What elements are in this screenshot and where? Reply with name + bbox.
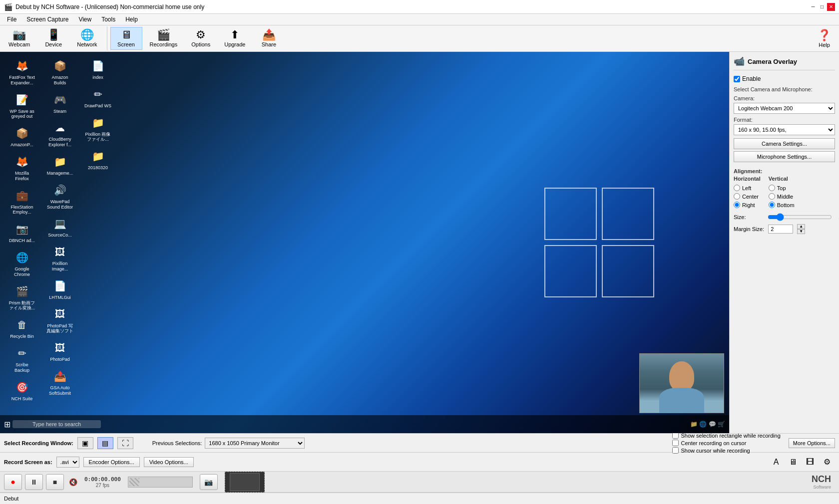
radio-top-input[interactable] xyxy=(769,185,775,191)
check-center-cursor[interactable]: Center recording on cursor xyxy=(672,440,780,446)
enable-checkbox[interactable] xyxy=(734,76,740,82)
adjust-icon[interactable]: ⚙ xyxy=(819,455,835,469)
toolbar-help[interactable]: ❓Help xyxy=(812,27,837,50)
toolbar-btn-recordings[interactable]: 🎬Recordings xyxy=(143,27,184,50)
more-options-btn[interactable]: More Options... xyxy=(789,438,835,448)
menu-item-tools[interactable]: Tools xyxy=(96,15,120,24)
desktop-icon[interactable]: 📤GSA AutoSoftSubmit xyxy=(42,366,78,398)
screenshot-btn[interactable]: 📷 xyxy=(200,474,218,490)
desktop-icon[interactable]: ✏DrawPad WS xyxy=(80,84,116,111)
radio-middle[interactable]: Middle xyxy=(769,193,795,200)
desktop-icon[interactable]: 📷DBNCH ad... xyxy=(4,219,40,246)
desktop-icon[interactable]: 📁Manageme... xyxy=(42,152,78,178)
toolbar-btn-webcam[interactable]: 📷Webcam xyxy=(2,27,36,50)
toolbar-btn-upgrade[interactable]: ⬆Upgrade xyxy=(218,27,252,50)
text-icon[interactable]: A xyxy=(768,455,784,469)
desktop-icon[interactable]: ✏ScribeBackup xyxy=(4,343,40,375)
desktop-icon[interactable]: 📦AmazonBuilds xyxy=(42,56,78,88)
prev-select[interactable]: 1680 x 1050 Primary Monitor xyxy=(205,438,305,449)
pause-btn[interactable]: ⏸ xyxy=(25,474,43,490)
format-dropdown[interactable]: .avi xyxy=(56,457,79,468)
desktop-icon[interactable]: 📁20180320 xyxy=(80,146,116,173)
radio-right[interactable]: Right xyxy=(734,202,761,208)
margin-up-btn[interactable]: ▲ xyxy=(797,224,805,229)
preview-area: 🦊FastFox TextExpander...📝WP Save asgreye… xyxy=(0,52,729,433)
radio-top[interactable]: Top xyxy=(769,185,795,191)
windows-logo xyxy=(544,188,654,297)
encoder-options-btn[interactable]: Encoder Options... xyxy=(83,457,140,467)
icon-img: 🌐 xyxy=(14,250,30,265)
radio-center-input[interactable] xyxy=(734,193,740,200)
icon-img: 📁 xyxy=(52,154,68,170)
desktop-icon[interactable]: 🖼PhotoPad xyxy=(42,338,78,364)
toolbar-btn-network[interactable]: 🌐Network xyxy=(70,27,103,50)
camera-settings-btn[interactable]: Camera Settings... xyxy=(734,138,835,149)
timeline-area[interactable] xyxy=(128,477,193,488)
desktop-icon[interactable]: 🦊FastFox TextExpander... xyxy=(4,56,40,88)
desktop-icon[interactable]: 💼FlexStationEmploy... xyxy=(4,186,40,218)
icon-img: 🖼 xyxy=(52,306,68,322)
close-btn[interactable]: ✕ xyxy=(827,3,835,11)
margin-down-btn[interactable]: ▼ xyxy=(797,229,805,234)
volume-icon[interactable]: 🔇 xyxy=(69,478,77,486)
margin-input[interactable] xyxy=(768,225,793,234)
icon-label: DrawPad WS xyxy=(84,103,111,109)
record-btn[interactable]: ● xyxy=(4,474,22,490)
desktop-icon[interactable]: 📁Pixillion 画像ファイル... xyxy=(80,113,116,145)
enable-checkbox-row[interactable]: Enable xyxy=(734,75,835,82)
desktop-icon[interactable]: 🌐GoogleChrome xyxy=(4,248,40,279)
desktop-icon[interactable]: 🎮Steam xyxy=(42,90,78,116)
display-icon[interactable]: 🖥 xyxy=(785,455,801,469)
camera-select[interactable]: Logitech Webcam 200 xyxy=(734,103,835,114)
timeline-thumb[interactable] xyxy=(129,478,139,486)
radio-bottom-input[interactable] xyxy=(769,202,775,208)
stop-btn[interactable]: ■ xyxy=(46,474,64,490)
toolbar-btn-device[interactable]: 📱Device xyxy=(37,27,69,50)
desktop-icon[interactable]: ☁CloudBerryExplorer f... xyxy=(42,118,78,150)
taskbar-start[interactable]: ⊞ xyxy=(4,420,10,429)
check-center-cursor-input[interactable] xyxy=(672,440,679,446)
fullscreen-btn[interactable]: ▣ xyxy=(77,437,93,449)
window-btn[interactable]: ▤ xyxy=(97,437,113,449)
desktop-icon[interactable]: 📦AmazonP... xyxy=(4,123,40,150)
desktop-icon[interactable]: 🦊MozillaFirefox xyxy=(4,152,40,184)
icon-label: GoogleChrome xyxy=(14,266,30,277)
desktop-icon[interactable]: 🖼PixillionImage... xyxy=(42,242,78,274)
toolbar-btn-share[interactable]: 📤Share xyxy=(253,27,285,50)
film-icon[interactable]: 🎞 xyxy=(802,455,818,469)
desktop-icon[interactable]: 📝WP Save asgreyed out xyxy=(4,90,40,122)
radio-bottom[interactable]: Bottom xyxy=(769,202,795,208)
desktop-icon[interactable]: 💻SourceCo... xyxy=(42,214,78,240)
toolbar-btn-screen[interactable]: 🖥Screen xyxy=(110,27,142,50)
microphone-settings-btn[interactable]: Microphone Settings... xyxy=(734,151,835,162)
check-show-cursor[interactable]: Show cursor while recording xyxy=(672,447,780,454)
check-show-cursor-input[interactable] xyxy=(672,447,679,454)
menu-item-view[interactable]: View xyxy=(73,15,96,24)
radio-center[interactable]: Center xyxy=(734,193,761,200)
radio-middle-input[interactable] xyxy=(769,193,775,200)
menu-item-file[interactable]: File xyxy=(2,15,21,24)
desktop-icon[interactable]: 🎬Prism 動画ファイル変換... xyxy=(4,281,40,313)
desktop-icon[interactable]: 🔊WavePadSound Editor xyxy=(42,180,78,212)
enable-label[interactable]: Enable xyxy=(742,75,761,82)
radio-left-input[interactable] xyxy=(734,185,740,191)
desktop-icon[interactable]: 📄index xyxy=(80,56,116,82)
region-btn[interactable]: ⛶ xyxy=(117,437,133,449)
size-slider[interactable] xyxy=(768,213,832,221)
radio-right-input[interactable] xyxy=(734,202,740,208)
format-select[interactable]: 160 x 90, 15.00 fps, xyxy=(734,124,835,135)
maximize-btn[interactable]: □ xyxy=(818,3,826,11)
desktop-icon[interactable]: 🖼PhotoPad 写真編集ソフト xyxy=(42,304,78,336)
toolbar-btn-options[interactable]: ⚙Options xyxy=(185,27,217,50)
desktop-icon[interactable]: 🗑Recycle Bin xyxy=(4,315,40,341)
minimize-btn[interactable]: ─ xyxy=(809,3,817,11)
desktop-icon[interactable]: 📄LHTMLGui xyxy=(42,276,78,302)
titlebar-controls[interactable]: ─ □ ✕ xyxy=(809,3,835,11)
radio-bottom-label: Bottom xyxy=(777,202,795,208)
video-options-btn[interactable]: Video Options... xyxy=(144,457,194,467)
radio-left[interactable]: Left xyxy=(734,185,761,191)
taskbar-search[interactable]: Type here to search xyxy=(12,420,101,428)
desktop-icon[interactable]: 🎯NCH Suite xyxy=(4,377,40,404)
menu-item-screen-capture[interactable]: Screen Capture xyxy=(21,15,73,24)
menu-item-help[interactable]: Help xyxy=(120,15,143,24)
